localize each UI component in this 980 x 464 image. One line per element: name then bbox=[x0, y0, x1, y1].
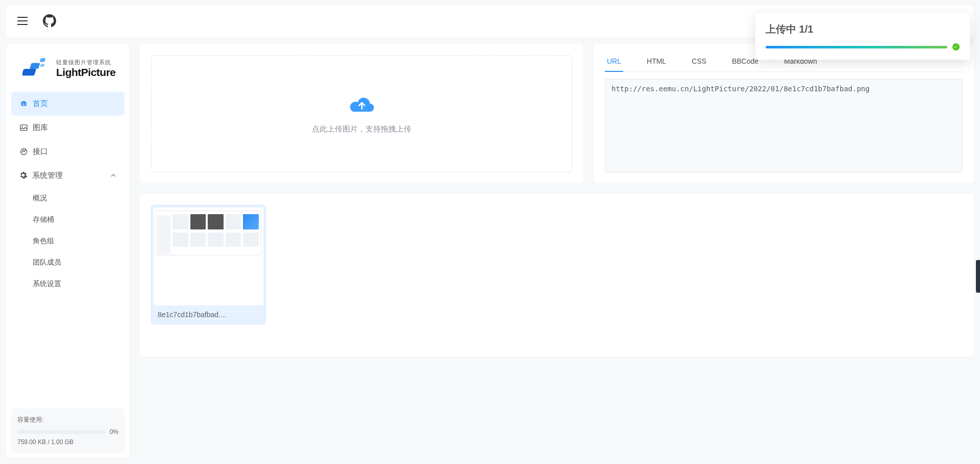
nav-label: 图库 bbox=[33, 123, 48, 133]
tab-css[interactable]: CSS bbox=[690, 52, 708, 71]
svg-rect-1 bbox=[30, 63, 40, 68]
gallery-card: 8e1c7cd1b7bafbad.... bbox=[140, 194, 974, 357]
storage-label: 容量使用: bbox=[17, 416, 118, 424]
storage-bar bbox=[17, 430, 106, 434]
nav-sub-settings[interactable]: 系统设置 bbox=[11, 273, 125, 295]
upload-toast: 上传中 1/1 ✓ bbox=[755, 13, 970, 60]
tab-url[interactable]: URL bbox=[605, 52, 623, 71]
svg-rect-3 bbox=[40, 64, 44, 67]
logo-subtitle: 轻量级图片管理系统 bbox=[56, 59, 116, 66]
storage-usage: 容量使用: 0% 759.00 KB / 1.00 GB bbox=[11, 408, 125, 453]
nav-label: 系统管理 bbox=[32, 171, 63, 181]
cloud-upload-icon bbox=[348, 93, 376, 117]
chevron-up-icon bbox=[110, 171, 116, 180]
nav: 首页 图库 接口 系统管理 概况 存储桶 角色组 团队成员 系统设置 bbox=[6, 88, 130, 403]
link-textarea[interactable] bbox=[605, 79, 963, 172]
link-card: URL HTML CSS BBCode Markdown bbox=[594, 44, 974, 184]
menu-toggle-icon[interactable] bbox=[17, 17, 28, 27]
sidebar: 轻量级图片管理系统 LightPicture 首页 图库 接口 系统 bbox=[6, 44, 130, 458]
thumbnail-preview bbox=[154, 208, 263, 305]
check-icon: ✓ bbox=[952, 43, 960, 50]
storage-text: 759.00 KB / 1.00 GB bbox=[17, 439, 118, 446]
image-icon bbox=[19, 124, 28, 132]
nav-sub-members[interactable]: 团队成员 bbox=[11, 252, 125, 273]
tab-html[interactable]: HTML bbox=[645, 52, 668, 71]
svg-rect-0 bbox=[22, 68, 36, 75]
upload-card: 点此上传图片，支持拖拽上传 bbox=[140, 44, 583, 184]
logo[interactable]: 轻量级图片管理系统 LightPicture bbox=[6, 44, 130, 88]
nav-label: 接口 bbox=[33, 147, 48, 157]
dashboard-icon bbox=[19, 100, 28, 108]
svg-point-6 bbox=[20, 149, 27, 155]
nav-home[interactable]: 首页 bbox=[11, 92, 125, 116]
side-widget-handle[interactable] bbox=[976, 260, 980, 293]
toast-progress-bar bbox=[766, 46, 947, 48]
svg-point-5 bbox=[21, 126, 22, 127]
logo-title: LightPicture bbox=[56, 66, 116, 79]
main: 点此上传图片，支持拖拽上传 URL HTML CSS BBCode Markdo… bbox=[140, 44, 974, 458]
nav-api[interactable]: 接口 bbox=[11, 140, 125, 164]
svg-rect-4 bbox=[20, 125, 27, 131]
nav-sub-roles[interactable]: 角色组 bbox=[11, 230, 125, 252]
nav-label: 首页 bbox=[33, 99, 48, 109]
nav-sub-buckets[interactable]: 存储桶 bbox=[11, 209, 125, 230]
upload-dropzone[interactable]: 点此上传图片，支持拖拽上传 bbox=[151, 55, 572, 172]
nav-sub-overview[interactable]: 概况 bbox=[11, 188, 125, 209]
storage-percent: 0% bbox=[110, 428, 118, 435]
github-icon[interactable] bbox=[43, 14, 56, 29]
nav-gallery[interactable]: 图库 bbox=[11, 116, 125, 140]
logo-mark-icon bbox=[22, 57, 52, 80]
nav-system[interactable]: 系统管理 bbox=[11, 164, 125, 188]
api-icon bbox=[19, 148, 28, 156]
thumbnail-filename: 8e1c7cd1b7bafbad.... bbox=[154, 305, 263, 322]
upload-hint: 点此上传图片，支持拖拽上传 bbox=[312, 124, 411, 134]
toast-title: 上传中 1/1 bbox=[766, 22, 960, 36]
gear-icon bbox=[19, 171, 27, 181]
image-thumbnail[interactable]: 8e1c7cd1b7bafbad.... bbox=[151, 205, 266, 324]
svg-rect-2 bbox=[40, 58, 46, 62]
